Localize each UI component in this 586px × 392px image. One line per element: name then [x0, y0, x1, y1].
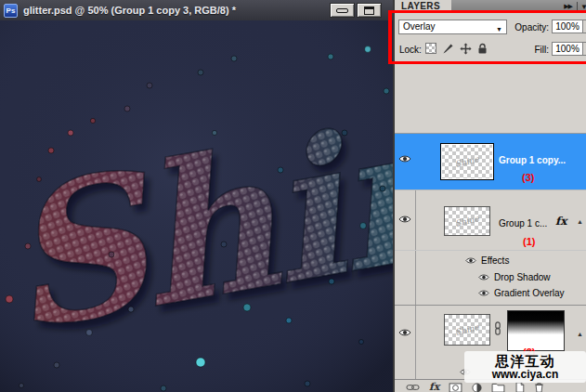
layer-style-button[interactable]: fx — [429, 382, 439, 392]
visibility-toggle[interactable] — [398, 326, 411, 340]
visibility-toggle[interactable] — [478, 289, 489, 297]
link-layers-button[interactable] — [406, 382, 420, 392]
layer-thumbnail[interactable]: Shine — [444, 206, 490, 236]
photoshop-app-icon: Ps — [4, 4, 18, 18]
layers-panel-controls: Overlay ▼ Opacity: 100% Lock: Fill: 1 — [395, 13, 586, 65]
trash-icon — [534, 382, 544, 392]
eye-icon — [398, 328, 411, 337]
minimize-icon — [336, 8, 348, 13]
eye-icon — [478, 289, 489, 297]
eye-icon — [478, 273, 489, 281]
chevron-down-icon: ▼ — [496, 23, 502, 36]
tab-layers[interactable]: LAYERS — [395, 0, 451, 13]
visibility-toggle[interactable] — [398, 213, 411, 227]
visibility-toggle[interactable] — [465, 256, 476, 265]
effect-row-drop-shadow[interactable]: Drop Shadow — [478, 269, 551, 284]
new-layer-icon — [514, 382, 525, 392]
delete-layer-button[interactable] — [534, 382, 544, 392]
annotation-3: (3) — [522, 172, 534, 183]
photoshop-window: Ps glitter.psd @ 50% (Group 1 copy 3, RG… — [0, 0, 586, 392]
collapse-effects-icon[interactable]: ▲ — [577, 218, 583, 225]
watermark-url: www.ciya.cn — [492, 369, 559, 381]
new-layer-button[interactable] — [514, 382, 525, 392]
new-group-button[interactable] — [491, 382, 505, 392]
eye-icon — [398, 215, 411, 224]
layer-thumbnail[interactable]: Shine — [440, 143, 494, 180]
lock-paint-button[interactable] — [442, 43, 454, 55]
collapse-effects-icon[interactable]: ▲ — [577, 331, 583, 337]
layer-style-fx-badge: fx — [555, 215, 566, 228]
lock-transparent-button[interactable] — [425, 43, 436, 54]
layer-name[interactable]: Group 1 c... — [499, 218, 547, 229]
brush-icon — [442, 43, 454, 55]
tab-divider — [577, 2, 578, 11]
layer-row-group1-copy[interactable]: Shine Group 1 c... fx ▲ (1) — [395, 189, 586, 250]
fx-icon: fx — [429, 383, 439, 392]
document-titlebar: Ps glitter.psd @ 50% (Group 1 copy 3, RG… — [0, 0, 393, 20]
checkerboard-icon — [425, 43, 436, 54]
document-canvas[interactable]: Shine Shine Shine Shine — [0, 20, 393, 392]
eye-icon — [398, 154, 411, 163]
effect-label: Drop Shadow — [494, 272, 551, 282]
fill-label: Fill: — [519, 45, 549, 55]
watermark-title: 思洋互动 — [496, 354, 555, 369]
visibility-toggle[interactable] — [478, 273, 489, 281]
adjustment-layer-button[interactable] — [472, 382, 482, 392]
restore-button[interactable] — [357, 3, 382, 18]
folder-icon — [491, 383, 505, 392]
watermark: 思洋互动 www.ciya.cn — [464, 351, 586, 383]
opacity-label: Opacity: — [506, 22, 549, 33]
restore-icon — [364, 7, 374, 15]
layer-mask-thumbnail[interactable] — [507, 310, 565, 351]
layer-row-group1-copy3[interactable]: Shine Group 1 copy... (3) — [395, 134, 586, 189]
effects-header-row[interactable]: Effects — [465, 253, 509, 268]
layer-thumbnail[interactable]: Shine — [444, 314, 490, 346]
blend-mode-value: Overlay — [403, 21, 435, 32]
effect-row-gradient-overlay[interactable]: Gradient Overlay — [478, 285, 565, 300]
adjustment-icon — [472, 383, 482, 392]
lock-buttons — [425, 41, 488, 56]
padlock-icon — [477, 43, 488, 55]
link-icon — [406, 383, 420, 392]
visibility-toggle[interactable] — [398, 152, 411, 166]
effect-label: Gradient Overlay — [494, 288, 565, 298]
collapse-panel-icon[interactable]: ▶▶ — [564, 3, 572, 10]
panel-menu-icon[interactable]: ▼ — [580, 3, 586, 11]
link-mask-icon[interactable] — [493, 321, 502, 338]
blend-mode-select[interactable]: Overlay ▼ — [398, 20, 507, 34]
layer-effects-block: Effects Drop Shadow Gradient Overlay — [395, 250, 586, 305]
document-title: glitter.psd @ 50% (Group 1 copy 3, RGB/8… — [23, 5, 236, 16]
panel-tab-bar: LAYERS ▶▶ ▼ — [395, 0, 586, 13]
annotation-1: (1) — [523, 236, 535, 247]
add-mask-icon — [449, 383, 462, 392]
add-mask-button[interactable] — [449, 382, 462, 392]
minimize-button[interactable] — [330, 3, 355, 18]
effects-label: Effects — [481, 255, 509, 266]
eye-icon — [465, 256, 476, 265]
layer-name[interactable]: Group 1 copy... — [499, 155, 566, 165]
lock-all-button[interactable] — [477, 43, 488, 55]
layer-list: Shine Group 1 copy... (3) Shine Group 1 … — [395, 133, 586, 379]
opacity-input[interactable]: 100% — [552, 20, 583, 33]
glitter-artwork: Shine Shine Shine Shine — [0, 20, 393, 392]
layers-panel: LAYERS ▶▶ ▼ Overlay ▼ Opacity: 100% Lock… — [393, 0, 586, 392]
move-icon — [460, 43, 472, 55]
fill-input[interactable]: 100% — [552, 42, 583, 56]
lock-label: Lock: — [399, 45, 422, 55]
lock-position-button[interactable] — [460, 43, 472, 55]
